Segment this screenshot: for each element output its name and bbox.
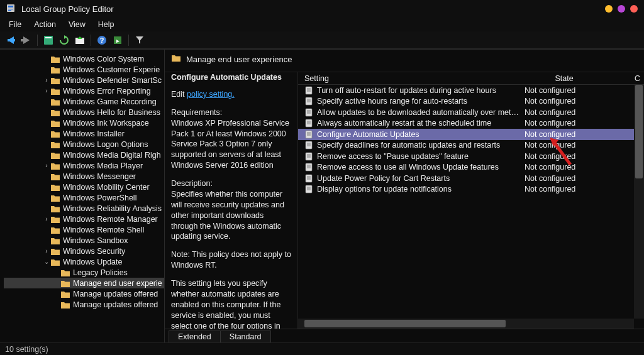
window-controls	[605, 5, 638, 13]
tree-label: Windows Reliability Analysis	[63, 204, 162, 213]
export-button[interactable]	[73, 33, 87, 47]
scroll-thumb[interactable]	[635, 85, 643, 178]
policy-icon	[304, 174, 314, 183]
tree-node[interactable]: Windows PowerShell	[4, 192, 164, 203]
description-panel: Configure Automatic Updates Edit policy …	[165, 72, 298, 329]
tree-node[interactable]: Windows Messenger	[4, 171, 164, 182]
tree-label: Windows Media Player	[63, 161, 143, 170]
setting-row[interactable]: Update Power Policy for Cart RestartsNot…	[298, 173, 644, 184]
tree-node[interactable]: Manage end user experie	[4, 278, 164, 288]
expand-toggle[interactable]: ›	[43, 162, 50, 169]
folder-icon	[50, 97, 60, 106]
desc-description: Description: Specifies whether this comp…	[171, 178, 291, 242]
tree-node[interactable]: Windows Reliability Analysis	[4, 203, 164, 214]
desc-title: Configure Automatic Updates	[171, 72, 291, 83]
properties-button[interactable]	[42, 33, 55, 47]
menu-view[interactable]: View	[64, 19, 91, 30]
tree-node[interactable]: Windows Color System	[4, 53, 164, 64]
menu-action[interactable]: Action	[29, 19, 61, 30]
horizontal-scrollbar[interactable]	[298, 319, 634, 329]
tree-node[interactable]: ›Windows Security	[4, 246, 164, 256]
expand-toggle[interactable]: ›	[43, 216, 50, 222]
tree-label: Legacy Policies	[73, 268, 128, 277]
setting-row[interactable]: Turn off auto-restart for updates during…	[298, 85, 644, 96]
close-button[interactable]	[630, 5, 638, 13]
tab-extended[interactable]: Extended	[169, 330, 221, 342]
tree[interactable]: Windows Color SystemWindows Customer Exp…	[0, 53, 164, 310]
filter-button[interactable]	[133, 33, 147, 47]
forward-button[interactable]	[19, 33, 33, 47]
setting-row[interactable]: Display options for update notifications…	[298, 184, 644, 195]
setting-state: Not configured	[519, 86, 609, 95]
tree-label: Windows Installer	[63, 129, 125, 138]
maximize-button[interactable]	[618, 5, 625, 13]
setting-row[interactable]: Specify active hours range for auto-rest…	[298, 96, 644, 107]
setting-row[interactable]: Always automatically restart at the sche…	[298, 118, 644, 129]
folder-icon	[50, 65, 60, 74]
setting-name: Remove access to use all Windows Update …	[317, 163, 519, 172]
setting-state: Not configured	[519, 174, 609, 183]
tree-label: Windows Logon Options	[63, 140, 148, 149]
setting-state: Not configured	[519, 108, 609, 117]
tree-node[interactable]: Legacy Policies	[4, 267, 164, 278]
expand-toggle[interactable]: ⌄	[43, 258, 50, 265]
desc-requirements: Requirements: Windows XP Professional Se…	[171, 107, 291, 171]
script-button[interactable]	[111, 33, 125, 47]
setting-row[interactable]: Configure Automatic UpdatesNot configure…	[298, 129, 644, 140]
tree-node[interactable]: Windows Game Recording	[4, 96, 164, 107]
tree-node[interactable]: ›Windows Remote Manager	[4, 214, 164, 224]
menu-help[interactable]: Help	[93, 19, 119, 30]
tree-node[interactable]: Windows Customer Experie	[4, 64, 164, 75]
breadcrumb: Manage end user experience	[186, 55, 292, 64]
setting-name: Display options for update notifications	[317, 185, 519, 194]
folder-icon	[50, 215, 60, 224]
setting-row[interactable]: Remove access to use all Windows Update …	[298, 162, 644, 173]
tree-label: Windows Ink Workspace	[63, 119, 149, 128]
tree-node[interactable]: Windows Ink Workspace	[4, 117, 164, 128]
menu-file[interactable]: File	[4, 19, 26, 30]
tree-node[interactable]: Windows Media Digital Righ	[4, 150, 164, 160]
setting-row[interactable]: Remove access to "Pause updates" feature…	[298, 151, 644, 162]
expand-toggle[interactable]: ›	[43, 77, 50, 84]
col-setting[interactable]: Setting	[298, 72, 519, 84]
tree-node[interactable]: Windows Hello for Business	[4, 107, 164, 117]
col-state[interactable]: State	[519, 72, 609, 84]
vertical-scrollbar[interactable]	[634, 85, 644, 319]
tree-label: Windows Mobility Center	[63, 183, 150, 192]
tree-node[interactable]: ›Windows Error Reporting	[4, 85, 164, 96]
folder-icon	[50, 172, 60, 181]
policy-setting-link[interactable]: policy setting.	[187, 90, 235, 99]
expand-toggle[interactable]: ›	[43, 248, 50, 254]
setting-row[interactable]: Specify deadlines for automatic updates …	[298, 140, 644, 151]
folder-icon	[50, 236, 60, 245]
desc-edit: Edit policy setting.	[171, 89, 291, 100]
tree-node[interactable]: Windows Sandbox	[4, 235, 164, 246]
tree-label: Windows Media Digital Righ	[63, 151, 161, 160]
tree-node[interactable]: Windows Mobility Center	[4, 182, 164, 192]
back-button[interactable]	[4, 33, 18, 47]
minimize-button[interactable]	[605, 5, 613, 13]
setting-name: Update Power Policy for Cart Restarts	[317, 174, 519, 183]
tree-node[interactable]: ›Windows Media Player	[4, 160, 164, 171]
tree-node[interactable]: ›Windows Defender SmartSc	[4, 75, 164, 85]
tree-node[interactable]: Windows Installer	[4, 128, 164, 139]
status-text: 10 setting(s)	[5, 345, 48, 354]
tree-node[interactable]: Windows Logon Options	[4, 139, 164, 150]
tree-label: Manage updates offered	[73, 300, 158, 309]
tree-node[interactable]: ⌄Windows Update	[4, 256, 164, 267]
expand-toggle[interactable]: ›	[43, 87, 50, 94]
folder-icon	[60, 279, 70, 288]
scroll-thumb[interactable]	[304, 320, 506, 327]
help-button[interactable]	[95, 33, 109, 47]
content-header: Manage end user experience	[165, 50, 644, 72]
col-c[interactable]: C	[609, 72, 644, 84]
tree-node[interactable]: Manage updates offered	[4, 299, 164, 310]
tab-standard[interactable]: Standard	[220, 330, 271, 342]
tree-node[interactable]: Windows Remote Shell	[4, 224, 164, 235]
setting-row[interactable]: Allow updates to be downloaded automatic…	[298, 107, 644, 118]
tree-label: Windows Sandbox	[63, 236, 128, 245]
refresh-button[interactable]	[57, 33, 71, 47]
tree-label: Windows Defender SmartSc	[63, 76, 162, 85]
settings-list[interactable]: Turn off auto-restart for updates during…	[298, 85, 644, 319]
tree-node[interactable]: Manage updates offered	[4, 288, 164, 299]
